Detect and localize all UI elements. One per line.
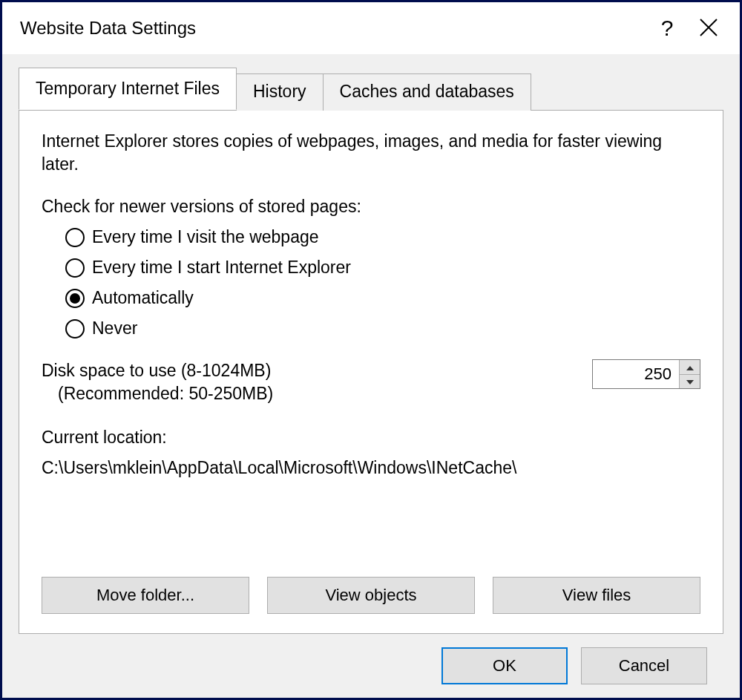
check-newer-label: Check for newer versions of stored pages… <box>42 197 700 217</box>
tab-caches-and-databases[interactable]: Caches and databases <box>323 73 531 111</box>
spinner-arrows <box>679 360 700 388</box>
spacer <box>42 500 700 577</box>
tabpanel-temporary-internet-files: Internet Explorer stores copies of webpa… <box>19 110 723 634</box>
current-location-label: Current location: <box>42 428 700 448</box>
radio-automatically[interactable]: Automatically <box>65 288 700 308</box>
help-button[interactable]: ? <box>646 7 688 49</box>
radio-label: Automatically <box>92 288 194 308</box>
disk-space-recommended: (Recommended: 50-250MB) <box>42 382 592 405</box>
tab-history[interactable]: History <box>236 73 324 111</box>
intro-text: Internet Explorer stores copies of webpa… <box>42 130 700 176</box>
dialog-footer: OK Cancel <box>19 634 723 684</box>
tabstrip: Temporary Internet Files History Caches … <box>19 68 723 110</box>
check-newer-radiogroup: Every time I visit the webpage Every tim… <box>42 227 700 338</box>
tab-temporary-internet-files[interactable]: Temporary Internet Files <box>19 68 237 110</box>
disk-space-labels: Disk space to use (8-1024MB) (Recommende… <box>42 359 592 405</box>
move-folder-button[interactable]: Move folder... <box>42 577 249 614</box>
cancel-button[interactable]: Cancel <box>581 647 707 684</box>
spinner-down-button[interactable] <box>680 374 700 389</box>
close-button[interactable] <box>688 7 729 49</box>
radio-icon <box>65 228 85 247</box>
view-files-button[interactable]: View files <box>493 577 700 614</box>
view-objects-button[interactable]: View objects <box>267 577 475 614</box>
titlebar: Website Data Settings ? <box>2 2 740 54</box>
folder-buttons-row: Move folder... View objects View files <box>42 577 700 614</box>
website-data-settings-dialog: Website Data Settings ? Temporary Intern… <box>0 0 742 700</box>
dialog-body: Temporary Internet Files History Caches … <box>2 54 740 698</box>
radio-icon <box>65 319 85 338</box>
window-title: Website Data Settings <box>20 18 646 39</box>
disk-space-value[interactable]: 250 <box>593 360 679 388</box>
disk-space-spinner[interactable]: 250 <box>592 359 700 389</box>
radio-label: Every time I start Internet Explorer <box>92 258 351 278</box>
radio-every-visit[interactable]: Every time I visit the webpage <box>65 227 700 247</box>
radio-every-start[interactable]: Every time I start Internet Explorer <box>65 258 700 278</box>
disk-space-label: Disk space to use (8-1024MB) <box>42 359 592 382</box>
chevron-up-icon <box>686 362 694 373</box>
chevron-down-icon <box>686 376 694 387</box>
ok-button[interactable]: OK <box>441 647 568 684</box>
radio-icon <box>65 289 85 308</box>
radio-icon <box>65 258 85 278</box>
spinner-up-button[interactable] <box>680 360 700 374</box>
radio-label: Every time I visit the webpage <box>92 227 319 247</box>
radio-label: Never <box>92 318 137 338</box>
radio-never[interactable]: Never <box>65 318 700 338</box>
disk-space-row: Disk space to use (8-1024MB) (Recommende… <box>42 359 700 405</box>
current-location-path: C:\Users\mklein\AppData\Local\Microsoft\… <box>42 458 700 478</box>
close-icon <box>699 18 718 39</box>
help-icon: ? <box>661 16 674 41</box>
